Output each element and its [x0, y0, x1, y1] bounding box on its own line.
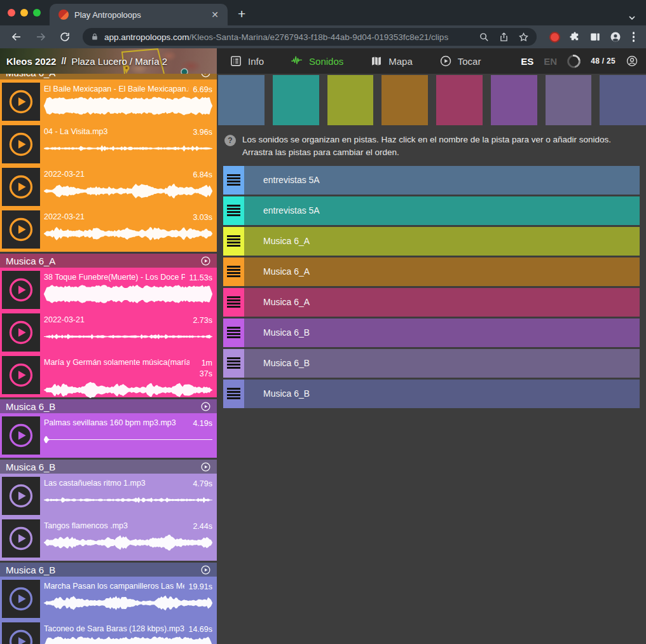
window-close-button[interactable] — [8, 9, 15, 17]
clip-play-button[interactable] — [2, 271, 40, 309]
track-row-body[interactable]: Musica 6_B — [244, 380, 640, 408]
section-play-icon[interactable] — [200, 256, 211, 266]
clip-play-button[interactable] — [2, 168, 40, 206]
track-swatch-3[interactable] — [381, 75, 428, 125]
waveform-image[interactable] — [44, 327, 212, 346]
browser-menu-icon[interactable] — [630, 32, 638, 42]
zoom-page-icon[interactable] — [479, 32, 490, 43]
track-swatch-7[interactable] — [600, 75, 646, 125]
track-row-body[interactable]: Musica 6_B — [244, 349, 640, 378]
browser-tab[interactable]: Play Antropoloops ✕ — [50, 4, 228, 25]
track-row[interactable]: Musica 6_A — [223, 288, 640, 317]
forward-button[interactable] — [33, 29, 48, 45]
clip-item[interactable]: Palmas sevillanas 160 bpm mp3.mp34.19s — [0, 415, 217, 456]
account-icon[interactable] — [626, 55, 638, 67]
clip-play-button[interactable] — [2, 356, 40, 394]
waveform-image[interactable] — [44, 430, 212, 449]
track-row[interactable]: Musica 6_B — [223, 319, 640, 347]
waveform-image[interactable] — [44, 139, 212, 158]
track-section-header[interactable]: Musica 6_B — [0, 399, 217, 413]
drag-handle[interactable] — [223, 196, 244, 225]
project-name[interactable]: Kleos 2022 — [6, 56, 56, 67]
drag-handle[interactable] — [223, 166, 244, 195]
drag-handle[interactable] — [223, 227, 244, 256]
window-minimize-button[interactable] — [20, 9, 28, 17]
clip-play-button[interactable] — [2, 519, 40, 558]
track-swatch-0[interactable] — [218, 75, 265, 125]
section-play-icon[interactable] — [200, 565, 211, 575]
track-row-body[interactable]: Musica 6_B — [244, 319, 640, 347]
waveform-image[interactable] — [44, 284, 212, 304]
waveform-image[interactable] — [44, 533, 212, 552]
track-row[interactable]: Musica 6_B — [223, 380, 640, 408]
window-zoom-button[interactable] — [33, 9, 41, 17]
clip-play-button[interactable] — [2, 125, 40, 163]
track-row[interactable]: Musica 6_A — [223, 257, 640, 286]
waveform-image[interactable] — [44, 181, 212, 201]
nav-item-sonidos[interactable]: Sonidos — [291, 55, 343, 67]
nav-item-tocar[interactable]: Tocar — [439, 55, 481, 67]
track-row[interactable]: entrevistas 5A — [223, 196, 640, 225]
track-row[interactable]: entrevistas 5A — [223, 166, 640, 195]
section-play-icon[interactable] — [200, 462, 211, 472]
nav-item-mapa[interactable]: Mapa — [370, 55, 413, 67]
clip-play-button[interactable] — [2, 416, 40, 455]
clip-item[interactable]: 38 Toque Funebre(Muerte) - Los Doce Par.… — [0, 270, 217, 310]
side-panel-icon[interactable] — [589, 31, 601, 43]
drag-handle[interactable] — [223, 257, 244, 286]
track-row-body[interactable]: Musica 6_A — [244, 257, 640, 286]
bookmark-star-icon[interactable] — [518, 32, 529, 43]
waveform-image[interactable] — [44, 380, 212, 400]
waveform-image[interactable] — [44, 593, 212, 613]
track-row-body[interactable]: Musica 6_A — [244, 227, 640, 256]
clip-item[interactable]: 2022-03-216.84s — [0, 167, 217, 207]
profile-avatar-icon[interactable] — [610, 31, 621, 43]
track-swatch-6[interactable] — [546, 75, 592, 125]
clip-item[interactable]: Marcha Pasan los campanilleros Las Mejor… — [0, 579, 217, 619]
track-swatch-4[interactable] — [436, 75, 483, 125]
nav-item-info[interactable]: Info — [230, 55, 264, 67]
clip-item[interactable]: Las castañuelas ritmo 1.mp34.79s — [0, 476, 217, 516]
lang-es-button[interactable]: ES — [521, 56, 533, 67]
section-play-icon[interactable] — [200, 74, 211, 78]
drag-handle[interactable] — [223, 380, 244, 408]
clip-play-button[interactable] — [2, 83, 40, 121]
track-row-body[interactable]: Musica 6_A — [244, 288, 640, 317]
drag-handle[interactable] — [223, 288, 244, 317]
clip-play-button[interactable] — [2, 580, 40, 618]
waveform-image[interactable] — [44, 490, 212, 510]
map-thumbnail[interactable]: Kleos 2022 // Plaza Lucero / María 2 — [0, 48, 217, 74]
waveform-image[interactable] — [44, 224, 212, 243]
clip-play-button[interactable] — [2, 477, 40, 515]
reload-button[interactable] — [57, 29, 72, 45]
clip-play-button[interactable] — [2, 210, 40, 249]
track-section-header[interactable]: Musica 6_B — [0, 563, 217, 577]
extensions-puzzle-icon[interactable] — [569, 31, 581, 43]
track-row-body[interactable]: entrevistas 5A — [244, 196, 640, 225]
track-section-header[interactable]: Musica 6_B — [0, 460, 217, 474]
clip-item[interactable]: 2022-03-212.73s — [0, 312, 217, 353]
drag-handle[interactable] — [223, 349, 244, 378]
track-section-header[interactable]: Musica 6_A — [0, 74, 217, 79]
track-swatch-1[interactable] — [273, 75, 319, 125]
clip-play-button[interactable] — [2, 313, 40, 352]
clip-item[interactable]: 04 - La Visita.mp33.96s — [0, 124, 217, 165]
lang-en-button[interactable]: EN — [544, 56, 557, 67]
clip-item[interactable]: María y Germán solamente música(maría 2.… — [0, 355, 217, 395]
track-row-body[interactable]: entrevistas 5A — [244, 166, 640, 195]
clip-play-button[interactable] — [2, 622, 40, 644]
track-row[interactable]: Musica 6_A — [223, 227, 640, 256]
track-section-header[interactable]: Musica 6_A — [0, 254, 217, 268]
share-icon[interactable] — [498, 32, 509, 43]
recording-extension-icon[interactable] — [549, 32, 560, 43]
drag-handle[interactable] — [223, 319, 244, 347]
tab-close-icon[interactable]: ✕ — [209, 8, 221, 21]
back-button[interactable] — [9, 29, 24, 45]
track-row[interactable]: Musica 6_B — [223, 349, 640, 378]
section-play-icon[interactable] — [200, 401, 211, 412]
new-tab-button[interactable]: + — [228, 6, 254, 25]
tab-search-chevron-icon[interactable] — [627, 13, 637, 23]
clip-item[interactable]: Taconeo de Sara Baras (128 kbps).mp314.6… — [0, 621, 217, 644]
clip-item[interactable]: El Baile Mexicapan - El Baile Mexicapan.… — [0, 81, 217, 122]
clip-item[interactable]: 2022-03-213.03s — [0, 209, 217, 250]
